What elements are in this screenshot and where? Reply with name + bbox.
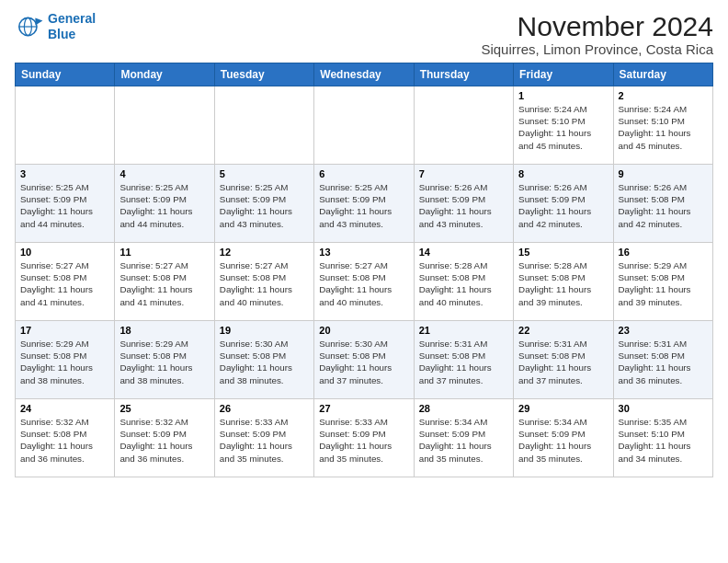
calendar-cell xyxy=(414,86,513,165)
calendar-cell: 25Sunrise: 5:32 AMSunset: 5:09 PMDayligh… xyxy=(115,399,214,477)
calendar-cell: 28Sunrise: 5:34 AMSunset: 5:09 PMDayligh… xyxy=(414,399,513,477)
header-cell-sunday: Sunday xyxy=(16,63,115,86)
day-info: Sunrise: 5:31 AMSunset: 5:08 PMDaylight:… xyxy=(619,338,708,386)
day-number: 16 xyxy=(619,247,708,258)
day-number: 24 xyxy=(20,403,109,414)
calendar-cell: 23Sunrise: 5:31 AMSunset: 5:08 PMDayligh… xyxy=(613,321,712,399)
calendar-header: SundayMondayTuesdayWednesdayThursdayFrid… xyxy=(16,63,713,86)
day-number: 20 xyxy=(319,325,408,336)
day-info: Sunrise: 5:30 AMSunset: 5:08 PMDaylight:… xyxy=(319,338,408,386)
calendar-cell: 20Sunrise: 5:30 AMSunset: 5:08 PMDayligh… xyxy=(314,321,414,399)
day-number: 6 xyxy=(319,168,408,179)
day-number: 23 xyxy=(619,325,708,336)
calendar-cell: 30Sunrise: 5:35 AMSunset: 5:10 PMDayligh… xyxy=(613,399,712,477)
day-number: 19 xyxy=(220,325,309,336)
day-number: 14 xyxy=(419,247,508,258)
day-info: Sunrise: 5:25 AMSunset: 5:09 PMDaylight:… xyxy=(119,181,209,230)
calendar-body: 1Sunrise: 5:24 AMSunset: 5:10 PMDaylight… xyxy=(16,86,713,477)
day-info: Sunrise: 5:33 AMSunset: 5:09 PMDaylight:… xyxy=(220,416,309,465)
calendar-cell: 16Sunrise: 5:29 AMSunset: 5:08 PMDayligh… xyxy=(613,243,712,321)
day-number: 10 xyxy=(20,247,109,258)
day-info: Sunrise: 5:25 AMSunset: 5:09 PMDaylight:… xyxy=(220,181,309,230)
calendar-cell xyxy=(214,86,313,165)
calendar-cell: 19Sunrise: 5:30 AMSunset: 5:08 PMDayligh… xyxy=(214,321,313,399)
day-info: Sunrise: 5:26 AMSunset: 5:09 PMDaylight:… xyxy=(419,181,508,230)
day-info: Sunrise: 5:29 AMSunset: 5:08 PMDaylight:… xyxy=(619,259,708,308)
day-info: Sunrise: 5:35 AMSunset: 5:10 PMDaylight:… xyxy=(619,416,708,465)
day-info: Sunrise: 5:27 AMSunset: 5:08 PMDaylight:… xyxy=(220,259,309,308)
day-info: Sunrise: 5:25 AMSunset: 5:09 PMDaylight:… xyxy=(319,181,408,230)
header-cell-saturday: Saturday xyxy=(613,63,712,86)
day-info: Sunrise: 5:30 AMSunset: 5:08 PMDaylight:… xyxy=(220,338,309,386)
day-info: Sunrise: 5:27 AMSunset: 5:08 PMDaylight:… xyxy=(20,259,109,308)
svg-marker-3 xyxy=(35,17,42,25)
day-info: Sunrise: 5:34 AMSunset: 5:09 PMDaylight:… xyxy=(419,416,508,465)
calendar-cell xyxy=(115,86,214,165)
week-row-2: 3Sunrise: 5:25 AMSunset: 5:09 PMDaylight… xyxy=(16,165,713,243)
day-number: 2 xyxy=(619,90,708,101)
calendar-cell: 18Sunrise: 5:29 AMSunset: 5:08 PMDayligh… xyxy=(115,321,214,399)
main-title: November 2024 xyxy=(481,11,713,41)
week-row-1: 1Sunrise: 5:24 AMSunset: 5:10 PMDaylight… xyxy=(16,86,713,165)
calendar-cell: 7Sunrise: 5:26 AMSunset: 5:09 PMDaylight… xyxy=(414,165,513,243)
title-area: November 2024 Siquirres, Limon Province,… xyxy=(481,11,713,57)
logo: General Blue xyxy=(15,11,96,42)
day-number: 18 xyxy=(119,325,209,336)
week-row-4: 17Sunrise: 5:29 AMSunset: 5:08 PMDayligh… xyxy=(16,321,713,399)
calendar-cell: 12Sunrise: 5:27 AMSunset: 5:08 PMDayligh… xyxy=(214,243,313,321)
calendar-cell: 10Sunrise: 5:27 AMSunset: 5:08 PMDayligh… xyxy=(16,243,115,321)
day-number: 4 xyxy=(119,168,209,179)
calendar-cell xyxy=(314,86,414,165)
day-number: 12 xyxy=(220,247,309,258)
day-info: Sunrise: 5:27 AMSunset: 5:08 PMDaylight:… xyxy=(319,259,408,308)
header-cell-thursday: Thursday xyxy=(414,63,513,86)
subtitle: Siquirres, Limon Province, Costa Rica xyxy=(481,41,713,57)
calendar-cell: 2Sunrise: 5:24 AMSunset: 5:10 PMDaylight… xyxy=(613,86,712,165)
calendar-cell: 17Sunrise: 5:29 AMSunset: 5:08 PMDayligh… xyxy=(16,321,115,399)
day-number: 9 xyxy=(619,168,708,179)
calendar-cell: 21Sunrise: 5:31 AMSunset: 5:08 PMDayligh… xyxy=(414,321,513,399)
calendar-cell xyxy=(16,86,115,165)
logo-icon xyxy=(15,12,44,41)
calendar-cell: 5Sunrise: 5:25 AMSunset: 5:09 PMDaylight… xyxy=(214,165,313,243)
day-info: Sunrise: 5:26 AMSunset: 5:09 PMDaylight:… xyxy=(518,181,608,230)
calendar-cell: 27Sunrise: 5:33 AMSunset: 5:09 PMDayligh… xyxy=(314,399,414,477)
day-info: Sunrise: 5:33 AMSunset: 5:09 PMDaylight:… xyxy=(319,416,408,465)
day-info: Sunrise: 5:27 AMSunset: 5:08 PMDaylight:… xyxy=(119,259,209,308)
calendar-cell: 13Sunrise: 5:27 AMSunset: 5:08 PMDayligh… xyxy=(314,243,414,321)
calendar-cell: 29Sunrise: 5:34 AMSunset: 5:09 PMDayligh… xyxy=(514,399,613,477)
day-number: 7 xyxy=(419,168,508,179)
calendar-cell: 4Sunrise: 5:25 AMSunset: 5:09 PMDaylight… xyxy=(115,165,214,243)
week-row-5: 24Sunrise: 5:32 AMSunset: 5:08 PMDayligh… xyxy=(16,399,713,477)
day-number: 21 xyxy=(419,325,508,336)
calendar-cell: 14Sunrise: 5:28 AMSunset: 5:08 PMDayligh… xyxy=(414,243,513,321)
page: General Blue November 2024 Siquirres, Li… xyxy=(0,0,728,488)
calendar-cell: 9Sunrise: 5:26 AMSunset: 5:08 PMDaylight… xyxy=(613,165,712,243)
logo-text: General Blue xyxy=(48,11,96,42)
day-number: 17 xyxy=(20,325,109,336)
day-number: 1 xyxy=(518,90,608,101)
header-cell-friday: Friday xyxy=(514,63,613,86)
day-info: Sunrise: 5:31 AMSunset: 5:08 PMDaylight:… xyxy=(518,338,608,386)
calendar-cell: 22Sunrise: 5:31 AMSunset: 5:08 PMDayligh… xyxy=(514,321,613,399)
calendar-cell: 6Sunrise: 5:25 AMSunset: 5:09 PMDaylight… xyxy=(314,165,414,243)
day-number: 3 xyxy=(20,168,109,179)
logo-line2: Blue xyxy=(48,27,96,42)
calendar-cell: 24Sunrise: 5:32 AMSunset: 5:08 PMDayligh… xyxy=(16,399,115,477)
week-row-3: 10Sunrise: 5:27 AMSunset: 5:08 PMDayligh… xyxy=(16,243,713,321)
day-info: Sunrise: 5:25 AMSunset: 5:09 PMDaylight:… xyxy=(20,181,109,230)
day-info: Sunrise: 5:29 AMSunset: 5:08 PMDaylight:… xyxy=(119,338,209,386)
day-info: Sunrise: 5:24 AMSunset: 5:10 PMDaylight:… xyxy=(619,103,708,152)
day-info: Sunrise: 5:29 AMSunset: 5:08 PMDaylight:… xyxy=(20,338,109,386)
day-number: 27 xyxy=(319,403,408,414)
header: General Blue November 2024 Siquirres, Li… xyxy=(15,11,713,57)
header-cell-tuesday: Tuesday xyxy=(214,63,313,86)
day-info: Sunrise: 5:28 AMSunset: 5:08 PMDaylight:… xyxy=(419,259,508,308)
logo-line1: General xyxy=(48,11,96,26)
calendar-cell: 8Sunrise: 5:26 AMSunset: 5:09 PMDaylight… xyxy=(514,165,613,243)
calendar-cell: 3Sunrise: 5:25 AMSunset: 5:09 PMDaylight… xyxy=(16,165,115,243)
day-info: Sunrise: 5:32 AMSunset: 5:08 PMDaylight:… xyxy=(20,416,109,465)
calendar-cell: 11Sunrise: 5:27 AMSunset: 5:08 PMDayligh… xyxy=(115,243,214,321)
day-number: 25 xyxy=(119,403,209,414)
day-number: 28 xyxy=(419,403,508,414)
